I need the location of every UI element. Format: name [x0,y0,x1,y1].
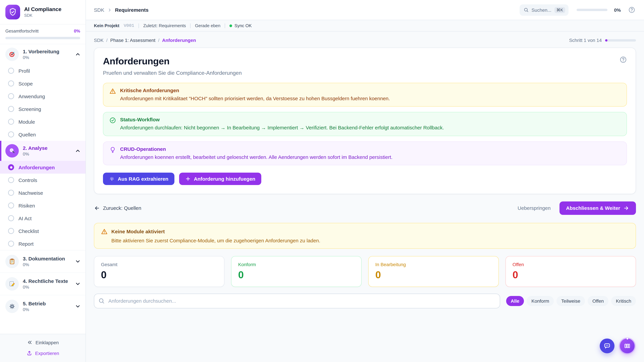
step-radio [8,177,14,183]
step-radio [8,228,14,234]
add-label: Anforderung hinzufuegen [194,176,256,182]
sidebar-section-rechtliche-texte[interactable]: 4. Rechtliche Texte 0% [0,273,86,295]
stat-card-in-bearbeitung: In Bearbeitung 0 [368,256,499,287]
sidebar-item-quellen[interactable]: Quellen [0,128,86,141]
breadcrumb-root[interactable]: SDK [94,7,104,13]
sidebar-item-module[interactable]: Module [0,115,86,128]
note-title: Status-Workflow [120,117,444,122]
sidebar-item-label: Controls [18,177,37,183]
lightbulb-icon [109,146,116,161]
sidebar-section-betrieb[interactable]: 5. Betrieb 0% [0,295,86,318]
sidebar-item-risiken[interactable]: Risiken [0,199,86,212]
note-body: Anforderungen mit Kritikalitaet "HOCH" s… [120,95,390,102]
requirements-search-input[interactable] [94,294,500,308]
sidebar-item-label: Nachweise [18,190,43,196]
filter-pill-konform[interactable]: Konform [527,296,554,306]
target-icon [5,48,19,61]
back-button[interactable]: Zurueck: Quellen [94,205,141,211]
sidebar-item-report[interactable]: Report [0,237,86,250]
idea-sparkle-icon [109,176,115,182]
sync-status: Sync OK [230,23,252,28]
app-subtitle: SDK [24,13,62,18]
sidebar-item-label: Quellen [18,132,36,137]
search-icon [98,298,105,304]
collapse-sidebar-button[interactable]: Einklappen [27,340,59,345]
complete-and-next-button[interactable]: Abschliessen & Weiter [559,201,636,215]
filter-pill-offen[interactable]: Offen [588,296,608,306]
sidebar-item-scope[interactable]: Scope [0,77,86,90]
filter-pill-alle[interactable]: Alle [506,296,524,306]
sidebar-item-anwendung[interactable]: Anwendung [0,90,86,103]
stat-card-gesamt: Gesamt 0 [94,256,224,287]
step-radio [8,215,14,221]
shield-check-icon [5,5,20,19]
section-percent: 0% [23,55,71,60]
sidebar-header: AI Compliance SDK [0,0,86,24]
chat-fab-button[interactable] [600,339,614,353]
note-title: CRUD-Operationen [120,146,392,152]
export-button[interactable]: Exportieren [26,350,59,356]
sidebar-item-controls[interactable]: Controls [0,174,86,186]
chevron-down-icon [75,303,81,309]
overall-progress-label: Gesamtfortschritt [5,28,38,33]
plus-icon [185,176,191,182]
note-body: Anforderungen durchlaufen: Nicht begonne… [120,124,444,131]
sidebar-item-ai-act[interactable]: AI Act [0,212,86,225]
sidebar-item-profil[interactable]: Profil [0,64,86,77]
step-radio [8,68,14,74]
version-badge: V001 [124,23,134,28]
stat-label: Konform [238,262,354,267]
last-visited: Zuletzt: Requirements [143,23,186,28]
magnifier-icon [5,144,19,158]
header-progress-value: 0% [614,7,621,12]
warning-title: Keine Module aktiviert [111,229,165,234]
gear-icon [5,300,19,313]
step-radio [8,241,14,247]
chat-bubble-icon [604,342,611,350]
sidebar-item-checklist[interactable]: Checklist [0,225,86,237]
sidebar-section-dokumentation[interactable]: 3. Dokumentation 0% [0,250,86,273]
note-crud-operationen: CRUD-Operationen Anforderungen koennen e… [103,141,627,165]
sidebar-section-vorbereitung[interactable]: 1. Vorbereitung 0% [0,44,86,64]
columns-board-icon [624,342,631,350]
sidebar-nav: 1. Vorbereitung 0% Profil Scope Anwendun… [0,44,86,334]
sidebar-item-screening[interactable]: Screening [0,103,86,115]
extract-from-rag-button[interactable]: Aus RAG extrahieren [103,173,174,185]
app-root: AI Compliance SDK Gesamtfortschritt 0% 1… [0,0,644,362]
filter-pill-teilweise[interactable]: Teilweise [556,296,585,306]
help-button[interactable] [628,6,635,13]
card-help-button[interactable] [620,56,627,63]
crumb-sdk[interactable]: SDK [94,37,104,43]
stat-value: 0 [512,269,629,281]
export-label: Exportieren [35,351,59,356]
breadcrumb-current: Requirements [115,7,148,13]
sync-ok-dot-icon [230,24,232,27]
global-search-button[interactable]: Suchen... ⌘K [520,4,568,15]
step-radio [8,80,14,86]
sidebar-item-anforderungen[interactable]: Anforderungen [0,161,86,174]
app-title: AI Compliance [24,6,62,12]
double-chevron-left-icon [27,340,32,345]
arrow-right-icon [623,205,629,211]
collapse-label: Einklappen [36,340,59,345]
section-title: 2. Analyse [23,145,71,151]
sidebar-item-label: Profil [18,68,30,73]
crumb-phase[interactable]: Phase 1: Assessment [110,37,155,43]
skip-button[interactable]: Ueberspringen [518,205,550,211]
arrow-left-icon [94,205,100,211]
overall-progress-bar [5,37,80,39]
sync-label: Sync OK [234,23,252,28]
sidebar-item-nachweise[interactable]: Nachweise [0,186,86,199]
step-radio [8,131,14,137]
page-title: Anforderungen [103,56,170,67]
sidebar-item-label: Scope [18,81,33,86]
board-fab-button[interactable] [620,339,634,353]
add-requirement-button[interactable]: Anforderung hinzufuegen [179,173,262,185]
sidebar: AI Compliance SDK Gesamtfortschritt 0% 1… [0,0,86,362]
sidebar-item-label: Report [18,241,34,247]
crumb-separator: / [158,37,160,43]
filter-row: Alle Konform Teilweise Offen Kritisch [94,294,636,308]
stat-card-konform: Konform 0 [231,256,362,287]
filter-pill-kritisch[interactable]: Kritisch [611,296,636,306]
sidebar-section-analyse[interactable]: 2. Analyse 0% [0,141,86,161]
